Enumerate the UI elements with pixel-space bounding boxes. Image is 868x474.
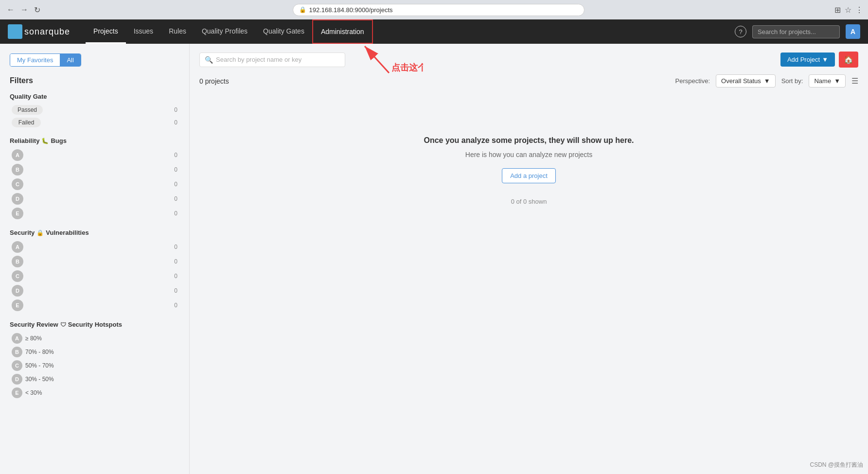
favorites-toggle: My Favorites All: [10, 53, 81, 67]
security-review-section: Security Review 🛡 Security Hotspots A ≥ …: [10, 321, 179, 398]
failed-badge[interactable]: Failed: [12, 118, 41, 127]
my-favorites-button[interactable]: My Favorites: [10, 54, 60, 66]
sec-review-b: B 70% - 80%: [10, 347, 179, 357]
sec-review-c: C 50% - 70%: [10, 360, 179, 371]
projects-count: 0 projects: [199, 77, 229, 85]
menu-icon[interactable]: ⋮: [855, 5, 863, 15]
sec-review-d: D 30% - 50%: [10, 374, 179, 385]
content-toolbar: 🔍 Add Project ▼ 🏠: [199, 52, 858, 68]
nav-projects[interactable]: Projects: [86, 19, 126, 44]
main-content: 🔍 Add Project ▼ 🏠 0 projects Perspective…: [190, 44, 868, 474]
reload-button[interactable]: ↻: [32, 4, 42, 16]
passed-badge[interactable]: Passed: [12, 105, 43, 115]
browser-extensions: ⊞ ☆ ⋮: [834, 5, 863, 15]
meta-right: Perspective: Overall Status ▼ Sort by: N…: [675, 74, 858, 88]
user-avatar[interactable]: A: [846, 24, 860, 39]
empty-state-subtitle: Here is how you can analyze new projects: [465, 151, 592, 158]
sidebar: My Favorites All Filters Quality Gate Pa…: [0, 44, 190, 474]
empty-state: Once you analyze some projects, they wil…: [199, 97, 858, 244]
sec-grade-e[interactable]: E: [12, 299, 23, 311]
security-grade-e: E 0: [10, 299, 179, 311]
bug-icon: 🐛: [41, 138, 49, 144]
nav-quality-gates[interactable]: Quality Gates: [255, 19, 312, 44]
reliability-grade-a: A 0: [10, 149, 179, 161]
reliability-grade-c: C 0: [10, 178, 179, 190]
sort-label: Sort by:: [781, 77, 803, 85]
sec-review-grade-a[interactable]: A: [12, 333, 22, 344]
navbar-nav: Projects Issues Rules Quality Profiles Q…: [86, 19, 373, 44]
filter-item-failed: Failed 0: [10, 118, 179, 127]
extensions-icon[interactable]: ⊞: [834, 5, 841, 15]
passed-count: 0: [174, 106, 177, 113]
grade-c[interactable]: C: [12, 178, 23, 190]
grade-a[interactable]: A: [12, 149, 23, 161]
browser-chrome: ← → ↻ 🔒 192.168.184.80:9000/projects ⊞ ☆…: [0, 0, 868, 19]
dropdown-arrow-icon: ▼: [822, 56, 828, 63]
filters-title: Filters: [10, 76, 179, 85]
logo-text: sonarqube: [24, 27, 70, 37]
project-search-box[interactable]: 🔍: [199, 53, 345, 67]
bookmark-icon[interactable]: ☆: [845, 5, 851, 15]
global-search-input[interactable]: [752, 25, 840, 38]
chevron-down-icon: ▼: [764, 77, 770, 85]
reliability-grade-b: B 0: [10, 164, 179, 176]
quality-gate-title: Quality Gate: [10, 93, 179, 100]
security-grade-a: A 0: [10, 241, 179, 253]
list-view-toggle[interactable]: ☰: [851, 76, 858, 86]
nav-quality-profiles[interactable]: Quality Profiles: [194, 19, 255, 44]
search-input[interactable]: [216, 56, 340, 63]
add-project-link-button[interactable]: Add a project: [502, 168, 556, 183]
grade-e[interactable]: E: [12, 208, 23, 219]
logo-cube: [8, 24, 22, 39]
logo: sonarqube: [8, 24, 78, 39]
main-layout: My Favorites All Filters Quality Gate Pa…: [0, 44, 868, 474]
sec-review-grade-e[interactable]: E: [12, 387, 22, 398]
search-icon: 🔍: [205, 56, 213, 64]
all-button[interactable]: All: [60, 54, 80, 66]
add-project-button[interactable]: Add Project ▼: [780, 53, 835, 67]
security-icon: 🔒: [299, 6, 306, 13]
quality-gate-section: Quality Gate Passed 0 Failed 0: [10, 93, 179, 127]
top-navbar: sonarqube Projects Issues Rules Quality …: [0, 19, 868, 44]
home-button[interactable]: 🏠: [839, 52, 858, 68]
back-button[interactable]: ←: [5, 4, 17, 16]
forward-button[interactable]: →: [18, 4, 30, 16]
sort-select[interactable]: Name ▼: [809, 74, 846, 88]
security-grade-d: D 0: [10, 285, 179, 297]
security-title: Security 🔒 Vulnerabilities: [10, 229, 179, 236]
grade-b[interactable]: B: [12, 164, 23, 176]
perspective-select[interactable]: Overall Status ▼: [716, 74, 776, 88]
address-bar[interactable]: 🔒 192.168.184.80:9000/projects: [293, 4, 585, 16]
nav-rules[interactable]: Rules: [161, 19, 194, 44]
perspective-label: Perspective:: [675, 77, 710, 85]
reliability-grade-d: D 0: [10, 193, 179, 205]
sort-chevron-icon: ▼: [834, 77, 840, 85]
sec-grade-d[interactable]: D: [12, 285, 23, 297]
sec-review-grade-b[interactable]: B: [12, 347, 22, 357]
sec-review-a: A ≥ 80%: [10, 333, 179, 344]
filter-item-passed: Passed 0: [10, 105, 179, 115]
watermark: CSDN @摸鱼打酱油: [810, 461, 863, 469]
help-button[interactable]: ?: [735, 26, 746, 37]
navbar-right: ? A: [735, 24, 860, 39]
sec-review-grade-d[interactable]: D: [12, 374, 22, 385]
address-text: 192.168.184.80:9000/projects: [309, 6, 393, 14]
reliability-grade-e: E 0: [10, 208, 179, 219]
sec-review-e: E < 30%: [10, 387, 179, 398]
sec-grade-c[interactable]: C: [12, 270, 23, 282]
nav-administration[interactable]: Administration: [312, 19, 373, 44]
security-section: Security 🔒 Vulnerabilities A 0 B 0 C 0 D…: [10, 229, 179, 311]
sec-review-grade-c[interactable]: C: [12, 360, 22, 371]
shown-count: 0 of 0 shown: [511, 198, 547, 205]
reliability-title: Reliability 🐛 Bugs: [10, 137, 179, 144]
grade-d[interactable]: D: [12, 193, 23, 205]
security-review-title: Security Review 🛡 Security Hotspots: [10, 321, 179, 328]
sec-grade-a[interactable]: A: [12, 241, 23, 253]
browser-nav-buttons: ← → ↻: [5, 4, 42, 16]
nav-issues[interactable]: Issues: [126, 19, 161, 44]
reliability-section: Reliability 🐛 Bugs A 0 B 0 C 0 D 0 E: [10, 137, 179, 219]
lock-icon: 🔒: [36, 229, 44, 236]
sec-grade-b[interactable]: B: [12, 256, 23, 267]
failed-count: 0: [174, 119, 177, 126]
empty-state-title: Once you analyze some projects, they wil…: [424, 136, 634, 145]
